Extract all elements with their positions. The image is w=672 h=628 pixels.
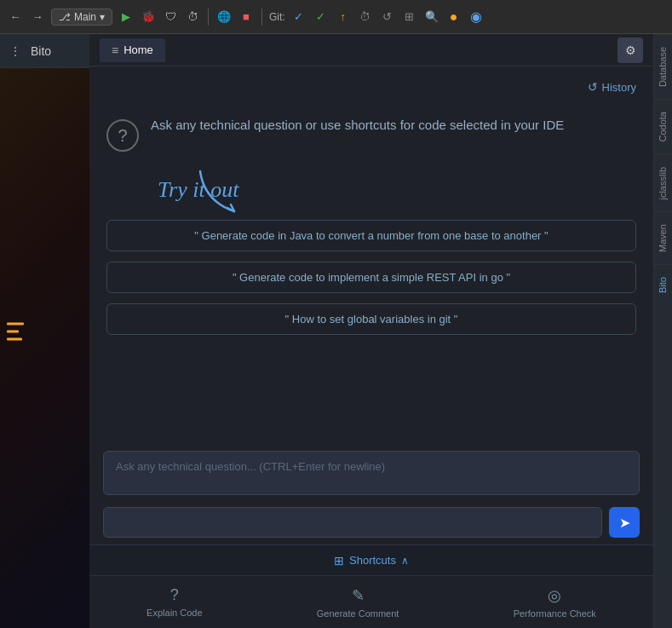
input-area [89, 442, 653, 502]
right-tab-database[interactable]: Database [654, 34, 672, 99]
suggestion-button-1[interactable]: " Generate code in Java to convert a num… [106, 220, 636, 251]
coverage-button[interactable]: 🛡 [162, 9, 179, 26]
tab-bar: ≡ Home ⚙ [89, 34, 653, 66]
explain-code-icon: ? [170, 586, 179, 604]
right-panel-tabs: Database Codota jclasslib Maven Bito [653, 34, 672, 628]
ide-editor-bg: ⋮ Bito [0, 34, 89, 628]
question-symbol: ? [118, 126, 127, 146]
history-row: ↺ History [106, 80, 636, 94]
settings-button[interactable]: ⚙ [617, 37, 643, 63]
settings-icon: ⚙ [625, 43, 636, 57]
git-label: Git: [269, 11, 285, 23]
generate-comment-icon: ✎ [352, 586, 365, 605]
branch-icon: ⎇ [59, 11, 71, 23]
right-tab-maven[interactable]: Maven [654, 211, 672, 264]
shortcuts-chevron-icon: ∧ [401, 555, 409, 567]
home-tab-icon: ≡ [112, 43, 118, 57]
generate-comment-label: Generate Comment [317, 608, 399, 619]
performance-check-icon: ◎ [548, 586, 561, 605]
main-toolbar: ← → ⎇ Main ▾ ▶ 🐞 🛡 ⏱ 🌐 ■ Git: ✓ ✓ ↑ ⏱ ↺ … [0, 0, 672, 34]
back-button[interactable]: ← [7, 9, 24, 26]
right-tab-bito[interactable]: Bito [654, 264, 672, 305]
sep1 [208, 9, 209, 26]
shortcuts-label: Shortcuts [349, 554, 396, 567]
profile-button[interactable]: ⏱ [184, 9, 201, 26]
undo-button[interactable]: ↺ [379, 9, 396, 26]
send-button[interactable]: ➤ [609, 507, 640, 538]
question-input[interactable] [103, 451, 640, 495]
prompt-area: ? Ask any technical question or use shor… [106, 107, 636, 160]
input-extension-area [103, 507, 602, 538]
update-button[interactable]: ● [445, 9, 462, 26]
performance-check-label: Performance Check [514, 608, 596, 619]
suggestion-button-2[interactable]: " Generate code to implement a simple RE… [106, 262, 636, 293]
bito-panel-title: Bito [31, 44, 51, 58]
prompt-text: Ask any technical question or use shortc… [151, 116, 564, 135]
right-tab-jclasslib[interactable]: jclasslib [654, 154, 672, 212]
branch-label: Main [74, 11, 96, 23]
run-button[interactable]: ▶ [118, 9, 135, 26]
history-label: History [602, 81, 636, 94]
panel-content: ↺ History ? Ask any technical question o… [89, 66, 653, 442]
home-tab-label: Home [123, 43, 153, 56]
change-indicator [7, 330, 19, 332]
forward-button[interactable]: → [29, 9, 46, 26]
send-row: ➤ [89, 502, 653, 544]
history-icon: ↺ [588, 80, 598, 94]
main-area: ⋮ Bito ≡ Home ⚙ ↺ Hi [0, 34, 672, 628]
globe-button[interactable]: 🌐 [215, 9, 233, 26]
performance-check-tab[interactable]: ◎ Performance Check [503, 583, 606, 622]
suggestion-button-3[interactable]: " How to set global variables in git " [106, 303, 636, 335]
explain-code-tab[interactable]: ? Explain Code [136, 583, 212, 621]
shortcuts-icon: ⊞ [334, 554, 344, 568]
question-mark-icon: ? [106, 119, 139, 152]
debug-button[interactable]: 🐞 [140, 9, 157, 26]
generate-comment-tab[interactable]: ✎ Generate Comment [307, 583, 410, 622]
try-it-out-area: Try it out [106, 170, 636, 210]
home-tab[interactable]: ≡ Home [100, 38, 165, 62]
git-push[interactable]: ↑ [335, 9, 352, 26]
branch-chevron: ▾ [100, 11, 105, 23]
git-check-blue[interactable]: ✓ [290, 9, 307, 26]
bito-chat-panel: ≡ Home ⚙ ↺ History ? Ask any technic [89, 34, 653, 628]
bottom-tabs: ? Explain Code ✎ Generate Comment ◎ Perf… [89, 575, 653, 628]
bookmark-button[interactable]: ⊞ [401, 9, 418, 26]
try-it-out-arrow [192, 167, 260, 218]
send-icon: ➤ [619, 515, 630, 531]
shortcuts-bar[interactable]: ⊞ Shortcuts ∧ [89, 544, 653, 575]
git-history[interactable]: ⏱ [357, 9, 374, 26]
change-indicator [7, 337, 22, 340]
right-tab-codota[interactable]: Codota [654, 99, 672, 153]
extra-button[interactable]: ◉ [468, 9, 485, 26]
change-indicator [7, 322, 24, 325]
stop-button[interactable]: ■ [238, 9, 255, 26]
search-toolbar-button[interactable]: 🔍 [423, 9, 440, 26]
sep2 [261, 9, 262, 26]
branch-selector[interactable]: ⎇ Main ▾ [51, 9, 112, 26]
history-button[interactable]: ↺ History [588, 80, 636, 94]
panel-menu-icon[interactable]: ⋮ [7, 43, 24, 60]
git-check-green[interactable]: ✓ [313, 9, 330, 26]
explain-code-label: Explain Code [146, 608, 202, 618]
